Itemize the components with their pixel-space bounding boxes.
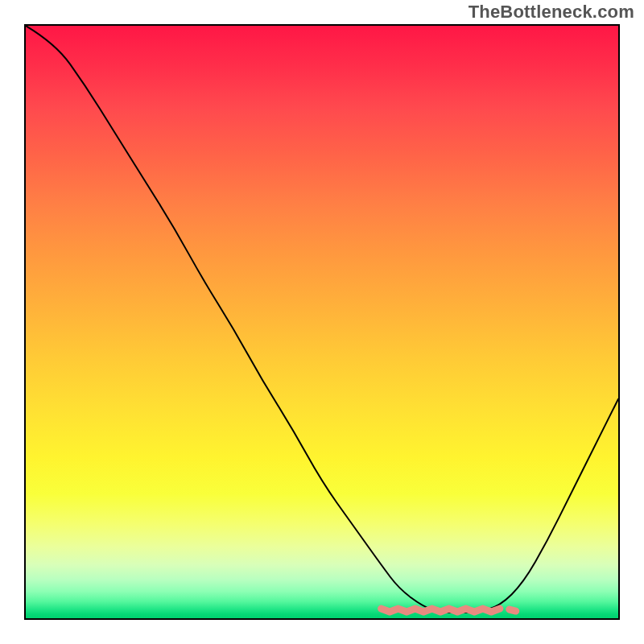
watermark-label: TheBottleneck.com bbox=[469, 2, 634, 23]
optimal-zone-marker bbox=[26, 26, 618, 618]
chart-container: TheBottleneck.com bbox=[0, 0, 644, 644]
plot-area bbox=[24, 24, 620, 620]
